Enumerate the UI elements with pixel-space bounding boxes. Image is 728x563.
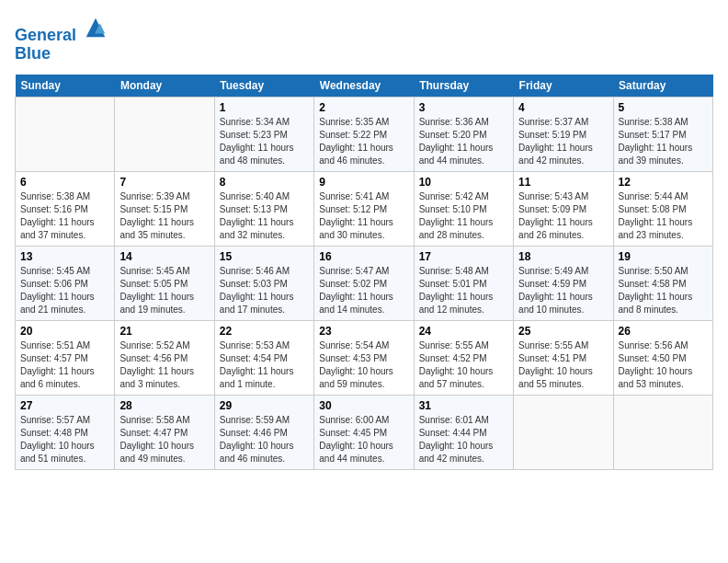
weekday-header-friday: Friday [514,75,613,98]
day-info: Sunrise: 5:58 AMSunset: 4:47 PMDaylight:… [119,414,209,465]
day-info: Sunrise: 5:52 AMSunset: 4:56 PMDaylight:… [119,339,209,391]
day-info: Sunrise: 5:53 AMSunset: 4:54 PMDaylight:… [220,339,309,391]
weekday-header-sunday: Sunday [16,75,115,98]
day-number: 6 [20,176,109,189]
calendar-cell: 2Sunrise: 5:35 AMSunset: 5:22 PMDaylight… [314,97,414,171]
calendar-cell: 10Sunrise: 5:42 AMSunset: 5:10 PMDayligh… [414,171,513,246]
calendar-cell: 29Sunrise: 5:59 AMSunset: 4:46 PMDayligh… [214,395,313,469]
day-number: 26 [619,325,708,338]
logo-general: General [15,26,76,44]
day-info: Sunrise: 5:45 AMSunset: 5:06 PMDaylight:… [20,265,109,316]
calendar-cell: 13Sunrise: 5:45 AMSunset: 5:06 PMDayligh… [16,246,115,320]
calendar-cell: 18Sunrise: 5:49 AMSunset: 4:59 PMDayligh… [514,246,613,320]
day-number: 1 [220,101,309,114]
day-number: 14 [119,250,209,263]
day-info: Sunrise: 5:37 AMSunset: 5:19 PMDaylight:… [518,116,608,167]
day-info: Sunrise: 6:00 AMSunset: 4:45 PMDaylight:… [319,414,408,465]
calendar-cell: 17Sunrise: 5:48 AMSunset: 5:01 PMDayligh… [414,246,513,320]
day-info: Sunrise: 6:01 AMSunset: 4:44 PMDaylight:… [419,414,508,465]
logo-icon [83,15,108,40]
week-row-5: 27Sunrise: 5:57 AMSunset: 4:48 PMDayligh… [16,395,713,469]
day-info: Sunrise: 5:36 AMSunset: 5:20 PMDaylight:… [419,116,508,167]
day-info: Sunrise: 5:40 AMSunset: 5:13 PMDaylight:… [220,190,309,242]
day-number: 19 [619,250,708,263]
week-row-3: 13Sunrise: 5:45 AMSunset: 5:06 PMDayligh… [16,246,713,320]
calendar-cell: 24Sunrise: 5:55 AMSunset: 4:52 PMDayligh… [414,320,513,395]
weekday-header-saturday: Saturday [613,75,712,98]
day-number: 18 [518,250,608,263]
calendar-cell [115,97,214,171]
day-number: 29 [220,399,309,412]
calendar-cell: 21Sunrise: 5:52 AMSunset: 4:56 PMDayligh… [115,320,214,395]
calendar-cell: 22Sunrise: 5:53 AMSunset: 4:54 PMDayligh… [214,320,313,395]
day-info: Sunrise: 5:51 AMSunset: 4:57 PMDaylight:… [20,339,109,391]
week-row-4: 20Sunrise: 5:51 AMSunset: 4:57 PMDayligh… [16,320,713,395]
page-header: General Blue [15,15,713,63]
day-info: Sunrise: 5:46 AMSunset: 5:03 PMDaylight:… [220,265,309,316]
calendar-cell: 26Sunrise: 5:56 AMSunset: 4:50 PMDayligh… [613,320,712,395]
day-number: 5 [619,101,708,114]
calendar-cell: 11Sunrise: 5:43 AMSunset: 5:09 PMDayligh… [514,171,613,246]
calendar-cell: 3Sunrise: 5:36 AMSunset: 5:20 PMDaylight… [414,97,513,171]
day-number: 31 [419,399,508,412]
calendar-cell [514,395,613,469]
calendar-cell: 20Sunrise: 5:51 AMSunset: 4:57 PMDayligh… [16,320,115,395]
calendar-cell: 8Sunrise: 5:40 AMSunset: 5:13 PMDaylight… [214,171,313,246]
calendar-cell: 12Sunrise: 5:44 AMSunset: 5:08 PMDayligh… [613,171,712,246]
calendar-cell: 16Sunrise: 5:47 AMSunset: 5:02 PMDayligh… [314,246,414,320]
calendar-cell: 9Sunrise: 5:41 AMSunset: 5:12 PMDaylight… [314,171,414,246]
day-info: Sunrise: 5:38 AMSunset: 5:16 PMDaylight:… [20,190,109,242]
weekday-header-tuesday: Tuesday [214,75,313,98]
day-number: 11 [518,176,608,189]
day-info: Sunrise: 5:48 AMSunset: 5:01 PMDaylight:… [419,265,508,316]
calendar-cell: 25Sunrise: 5:55 AMSunset: 4:51 PMDayligh… [514,320,613,395]
day-number: 27 [20,399,109,412]
calendar-cell: 23Sunrise: 5:54 AMSunset: 4:53 PMDayligh… [314,320,414,395]
day-info: Sunrise: 5:41 AMSunset: 5:12 PMDaylight:… [319,190,408,242]
day-number: 25 [518,325,608,338]
day-number: 12 [619,176,708,189]
weekday-header-row: SundayMondayTuesdayWednesdayThursdayFrid… [16,75,713,98]
calendar-cell: 5Sunrise: 5:38 AMSunset: 5:17 PMDaylight… [613,97,712,171]
day-number: 13 [20,250,109,263]
calendar-cell: 19Sunrise: 5:50 AMSunset: 4:58 PMDayligh… [613,246,712,320]
day-info: Sunrise: 5:55 AMSunset: 4:52 PMDaylight:… [419,339,508,391]
logo: General Blue [15,15,108,63]
calendar-cell: 15Sunrise: 5:46 AMSunset: 5:03 PMDayligh… [214,246,313,320]
day-info: Sunrise: 5:43 AMSunset: 5:09 PMDaylight:… [518,190,608,242]
day-number: 17 [419,250,508,263]
calendar-cell: 7Sunrise: 5:39 AMSunset: 5:15 PMDaylight… [115,171,214,246]
day-number: 8 [220,176,309,189]
logo-blue: Blue [15,44,51,63]
day-number: 24 [419,325,508,338]
day-info: Sunrise: 5:55 AMSunset: 4:51 PMDaylight:… [518,339,608,391]
day-number: 3 [419,101,508,114]
calendar-cell: 27Sunrise: 5:57 AMSunset: 4:48 PMDayligh… [16,395,115,469]
week-row-1: 1Sunrise: 5:34 AMSunset: 5:23 PMDaylight… [16,97,713,171]
calendar-cell: 30Sunrise: 6:00 AMSunset: 4:45 PMDayligh… [314,395,414,469]
calendar-cell: 6Sunrise: 5:38 AMSunset: 5:16 PMDaylight… [16,171,115,246]
day-number: 7 [119,176,209,189]
calendar-cell: 4Sunrise: 5:37 AMSunset: 5:19 PMDaylight… [514,97,613,171]
day-info: Sunrise: 5:35 AMSunset: 5:22 PMDaylight:… [319,116,408,167]
calendar-cell [16,97,115,171]
day-info: Sunrise: 5:44 AMSunset: 5:08 PMDaylight:… [619,190,708,242]
calendar-cell: 28Sunrise: 5:58 AMSunset: 4:47 PMDayligh… [115,395,214,469]
day-info: Sunrise: 5:47 AMSunset: 5:02 PMDaylight:… [319,265,408,316]
day-number: 15 [220,250,309,263]
weekday-header-monday: Monday [115,75,214,98]
day-number: 21 [119,325,209,338]
day-info: Sunrise: 5:38 AMSunset: 5:17 PMDaylight:… [619,116,708,167]
week-row-2: 6Sunrise: 5:38 AMSunset: 5:16 PMDaylight… [16,171,713,246]
weekday-header-wednesday: Wednesday [314,75,414,98]
day-number: 2 [319,101,408,114]
day-number: 22 [220,325,309,338]
day-number: 28 [119,399,209,412]
day-number: 4 [518,101,608,114]
day-info: Sunrise: 5:45 AMSunset: 5:05 PMDaylight:… [119,265,209,316]
weekday-header-thursday: Thursday [414,75,513,98]
day-number: 10 [419,176,508,189]
day-number: 23 [319,325,408,338]
day-number: 20 [20,325,109,338]
day-info: Sunrise: 5:39 AMSunset: 5:15 PMDaylight:… [119,190,209,242]
